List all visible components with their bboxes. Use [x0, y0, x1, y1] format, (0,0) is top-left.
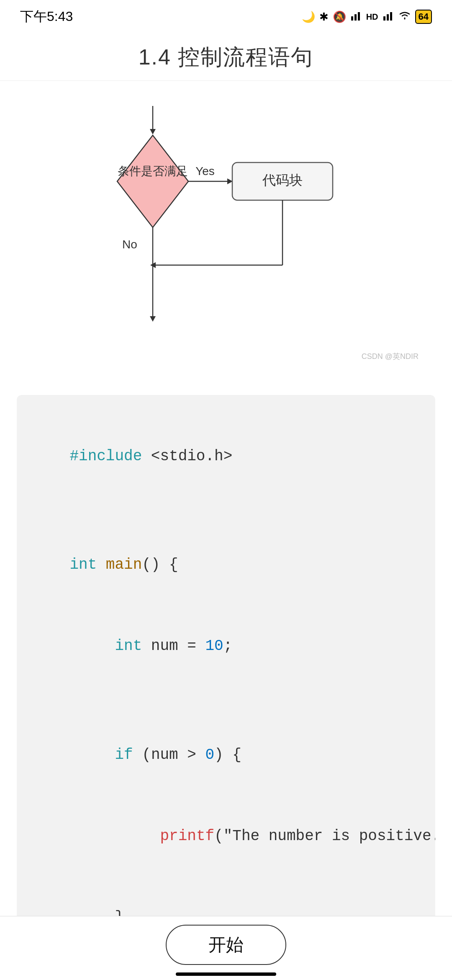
- signal-icon-1: [350, 10, 362, 24]
- status-bar: 下午5:43 🌙 ✱ 🔕 HD 64: [0, 0, 452, 30]
- hd-badge: HD: [366, 12, 378, 22]
- flowchart-area: 条件是否满足 Yes 代码块 No CSDN @英NDIR: [0, 81, 452, 382]
- code-line-if: if (num > 0) {: [33, 714, 419, 796]
- page-header: 1.4 控制流程语句: [0, 30, 452, 81]
- mute-icon: 🔕: [333, 10, 346, 23]
- svg-marker-21: [150, 316, 156, 322]
- code-block: #include <stdio.h> int main() { int num …: [17, 395, 435, 980]
- battery-indicator: 64: [415, 10, 432, 24]
- svg-text:Yes: Yes: [195, 165, 215, 178]
- start-button[interactable]: 开始: [166, 925, 286, 965]
- wifi-icon: [398, 10, 411, 23]
- home-indicator: [176, 972, 276, 976]
- svg-text:代码块: 代码块: [262, 173, 303, 188]
- svg-rect-1: [354, 14, 357, 21]
- watermark: CSDN @英NDIR: [362, 351, 419, 361]
- page-title: 1.4 控制流程语句: [0, 43, 452, 72]
- svg-rect-0: [351, 16, 353, 21]
- svg-rect-4: [387, 14, 389, 21]
- svg-text:No: No: [122, 238, 137, 251]
- moon-icon: 🌙: [302, 10, 315, 23]
- code-line-include: #include <stdio.h>: [33, 416, 419, 497]
- svg-rect-2: [358, 12, 360, 21]
- svg-rect-5: [390, 12, 392, 21]
- svg-text:条件是否满足: 条件是否满足: [118, 165, 188, 178]
- code-line-printf: printf("The number is positive.\: [33, 796, 419, 877]
- svg-marker-7: [150, 129, 156, 134]
- svg-rect-3: [383, 16, 385, 21]
- code-line-num: int num = 10;: [33, 606, 419, 687]
- flowchart-diagram: 条件是否满足 Yes 代码块 No CSDN @英NDIR: [8, 98, 444, 366]
- status-time: 下午5:43: [20, 8, 73, 26]
- bottom-nav: 开始: [0, 916, 452, 980]
- signal-icon-2: [383, 10, 394, 24]
- svg-marker-8: [117, 135, 188, 227]
- code-line-main: int main() {: [33, 524, 419, 606]
- bluetooth-icon: ✱: [319, 10, 329, 23]
- status-icons: 🌙 ✱ 🔕 HD 64: [302, 10, 432, 24]
